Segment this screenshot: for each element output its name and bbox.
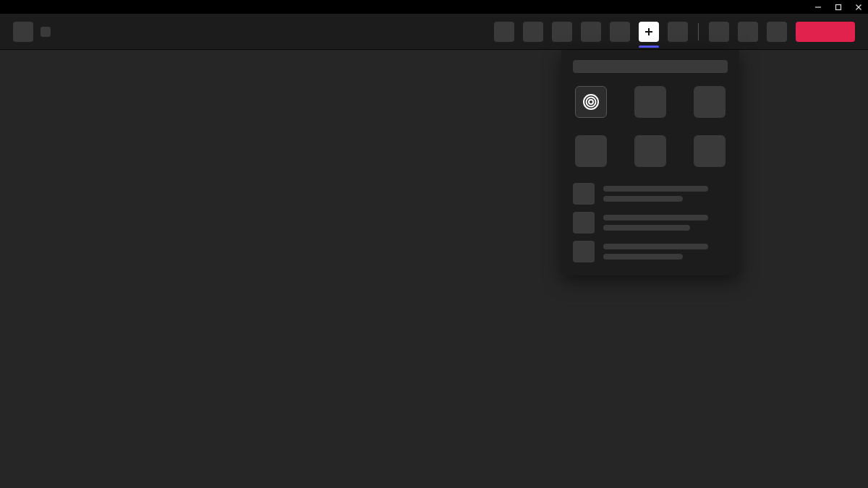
dropdown-list-item-1[interactable] <box>573 183 728 205</box>
nav-item-2[interactable] <box>523 22 543 42</box>
dropdown-tile-6[interactable] <box>694 135 726 167</box>
nav-item-5[interactable] <box>610 22 630 42</box>
nav-right-3[interactable] <box>767 22 787 42</box>
list-item-text <box>603 186 708 202</box>
list-item-icon <box>573 212 595 234</box>
nav-item-4[interactable] <box>581 22 601 42</box>
list-item-title <box>603 244 708 249</box>
nav-right-1[interactable] <box>709 22 729 42</box>
primary-cta-button[interactable] <box>796 22 855 42</box>
nav-right-2[interactable] <box>738 22 758 42</box>
svg-point-8 <box>589 100 593 104</box>
top-left-group <box>13 22 51 42</box>
dropdown-list <box>573 183 728 262</box>
list-item-title <box>603 215 708 221</box>
svg-rect-1 <box>836 4 841 9</box>
window-minimize-button[interactable] <box>813 2 823 12</box>
list-item-title <box>603 186 708 192</box>
window-maximize-button[interactable] <box>833 2 843 12</box>
window-titlebar <box>0 0 868 14</box>
window-close-button[interactable] <box>854 2 864 12</box>
dropdown-tile-grid <box>573 86 728 167</box>
dropdown-tile-2[interactable] <box>634 86 666 118</box>
plus-icon <box>644 27 653 36</box>
list-item-icon <box>573 183 595 205</box>
list-item-text <box>603 215 708 231</box>
nav-item-1[interactable] <box>494 22 514 42</box>
spiral-icon <box>582 93 600 111</box>
svg-point-7 <box>587 98 596 107</box>
list-item-subtitle <box>603 254 683 260</box>
dropdown-search-input[interactable] <box>573 60 728 73</box>
nav-add-button[interactable] <box>639 22 659 42</box>
workspace <box>0 50 868 488</box>
list-item-icon <box>573 241 595 262</box>
list-item-subtitle <box>603 196 683 202</box>
nav-item-6[interactable] <box>668 22 688 42</box>
dropdown-list-item-2[interactable] <box>573 212 728 234</box>
dropdown-tile-1[interactable] <box>575 86 607 118</box>
nav-divider <box>698 23 699 40</box>
top-nav-group <box>494 22 855 42</box>
top-toolbar <box>0 14 868 50</box>
list-item-text <box>603 244 708 260</box>
dropdown-tile-4[interactable] <box>575 135 607 167</box>
dropdown-tile-3[interactable] <box>694 86 726 118</box>
nav-item-3[interactable] <box>552 22 572 42</box>
dropdown-tile-5[interactable] <box>634 135 666 167</box>
list-item-subtitle <box>603 225 690 231</box>
add-dropdown-panel <box>561 50 739 275</box>
app-secondary-block[interactable] <box>41 27 51 37</box>
dropdown-list-item-3[interactable] <box>573 241 728 262</box>
app-logo-block[interactable] <box>13 22 33 42</box>
